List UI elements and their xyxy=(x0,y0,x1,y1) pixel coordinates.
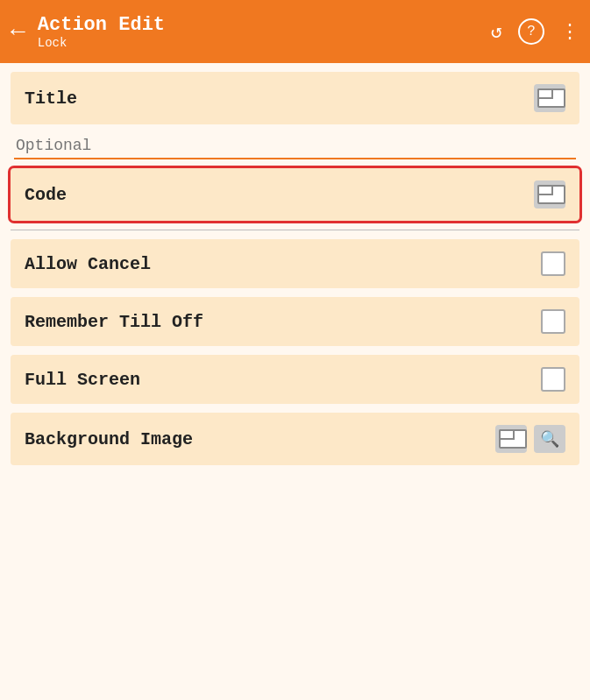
code-folder-button[interactable] xyxy=(534,180,565,209)
content: Title Code Allow Cancel Remember Till Of… xyxy=(0,72,590,465)
remember-till-off-row: Remember Till Off xyxy=(11,297,579,346)
back-button[interactable]: ← xyxy=(11,18,25,46)
header-titles: Action Edit Lock xyxy=(38,14,491,50)
allow-cancel-row: Allow Cancel xyxy=(11,239,579,288)
folder-icon xyxy=(537,88,562,108)
header-title: Action Edit xyxy=(38,14,491,36)
background-image-row: Background Image 🔍 xyxy=(11,413,579,465)
background-image-folder-button[interactable] xyxy=(495,425,527,453)
header: ← Action Edit Lock ↺ ? ⋮ xyxy=(0,0,590,63)
optional-input-row xyxy=(11,133,579,159)
title-input[interactable] xyxy=(14,133,576,159)
full-screen-label: Full Screen xyxy=(25,370,140,390)
header-icons: ↺ ? ⋮ xyxy=(491,18,579,45)
background-image-label: Background Image xyxy=(25,429,193,449)
remember-till-off-checkbox[interactable] xyxy=(541,309,565,334)
code-label: Code xyxy=(25,185,67,205)
full-screen-checkbox[interactable] xyxy=(541,367,565,392)
header-subtitle: Lock xyxy=(38,36,491,50)
search-icon: 🔍 xyxy=(540,429,559,449)
code-row: Code xyxy=(11,168,579,221)
background-image-icons: 🔍 xyxy=(495,425,565,453)
help-icon[interactable]: ? xyxy=(518,18,544,45)
allow-cancel-checkbox[interactable] xyxy=(541,251,565,276)
background-image-search-button[interactable]: 🔍 xyxy=(534,425,565,453)
divider xyxy=(11,230,579,230)
title-label: Title xyxy=(25,88,77,109)
more-icon[interactable]: ⋮ xyxy=(560,20,579,44)
title-row: Title xyxy=(11,72,579,124)
folder-icon-bg xyxy=(499,429,523,449)
allow-cancel-label: Allow Cancel xyxy=(25,254,151,274)
remember-till-off-label: Remember Till Off xyxy=(25,312,203,332)
title-folder-button[interactable] xyxy=(534,84,565,112)
refresh-icon[interactable]: ↺ xyxy=(491,20,502,44)
folder-icon-code xyxy=(537,185,562,204)
full-screen-row: Full Screen xyxy=(11,355,579,404)
